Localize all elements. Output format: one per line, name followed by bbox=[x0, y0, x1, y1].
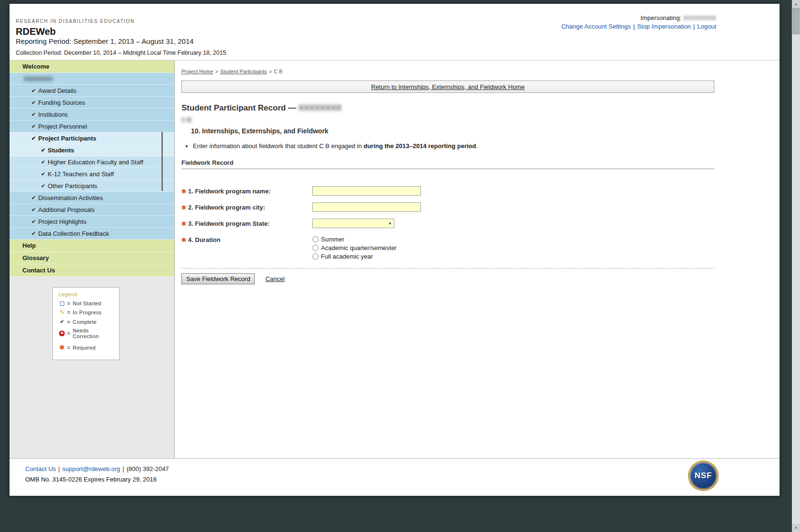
check-icon: ✔ bbox=[41, 171, 45, 177]
program-city-input[interactable] bbox=[312, 202, 421, 212]
legend-item-not-started: = Not Started bbox=[59, 301, 116, 306]
sidebar-item-label: Additional Proposals bbox=[38, 206, 95, 213]
duration-radio-summer[interactable] bbox=[312, 236, 319, 242]
legend-label: Required bbox=[73, 345, 96, 351]
instruction-item: Enter information about fieldwork that s… bbox=[193, 142, 714, 150]
sidebar-item-label: Award Details bbox=[38, 87, 76, 94]
sidebar-item-label: Project Participants bbox=[38, 135, 96, 142]
logout-link[interactable]: Logout bbox=[697, 23, 716, 30]
breadcrumb-separator: > bbox=[269, 69, 272, 74]
sidebar-item-label: Welcome bbox=[22, 63, 50, 70]
check-icon: ✔ bbox=[31, 111, 36, 118]
header-branding: RESEARCH IN DISABILITIES EDUCATION RDEWe… bbox=[16, 19, 226, 56]
footer-omb-line: OMB No. 3145-0226 Expires February 29, 2… bbox=[25, 476, 780, 483]
app-title: RDEWeb bbox=[16, 26, 226, 37]
sidebar-item-label: Students bbox=[48, 147, 74, 154]
breadcrumb-project-home[interactable]: Project Home bbox=[181, 69, 213, 74]
program-name-input[interactable] bbox=[312, 186, 421, 196]
duration-radio-academic-quarter[interactable] bbox=[312, 245, 319, 251]
check-icon: ✔ bbox=[31, 195, 36, 201]
sidebar-item-label: Dissemination Activities bbox=[38, 194, 103, 201]
sidebar-item-institutions[interactable]: ✔ Institutions bbox=[10, 109, 174, 120]
sidebar-item-help[interactable]: Help bbox=[10, 240, 174, 252]
sidebar-item-other-participants[interactable]: ✔ Other Participants bbox=[10, 180, 174, 192]
collection-period: Collection Period: December 10, 2014 – M… bbox=[16, 50, 226, 56]
page: RESEARCH IN DISABILITIES EDUCATION RDEWe… bbox=[10, 4, 780, 496]
award-id-redacted: XXXXXXXX bbox=[299, 103, 342, 112]
program-state-select[interactable]: ▼ bbox=[312, 219, 394, 228]
check-icon: ✔ bbox=[31, 207, 36, 213]
save-fieldwork-record-button[interactable]: Save Fieldwork Record bbox=[181, 273, 255, 284]
instructions: Enter information about fieldwork that s… bbox=[193, 142, 714, 150]
radio-label: Academic quarter/semester bbox=[321, 244, 397, 251]
error-icon: ✖ bbox=[59, 331, 66, 336]
sidebar-item-project-id[interactable]: XXXXXXX bbox=[10, 73, 174, 85]
duration-option-academic-quarter: Academic quarter/semester bbox=[312, 243, 397, 252]
stop-impersonation-link[interactable]: Stop Impersonation bbox=[637, 23, 691, 30]
form-divider bbox=[181, 268, 714, 269]
sidebar-item-k12-teachers-staff[interactable]: ✔ K-12 Teachers and Staff bbox=[10, 168, 174, 180]
separator: | bbox=[58, 465, 60, 472]
footer-email-link[interactable]: support@rdeweb.org bbox=[62, 465, 120, 472]
sidebar-item-glossary[interactable]: Glossary bbox=[10, 252, 174, 264]
return-home-link[interactable]: Return to Internships, Externships, and … bbox=[371, 83, 524, 90]
required-icon: ✱ bbox=[181, 204, 186, 211]
check-icon: ✔ bbox=[31, 135, 36, 141]
account-links: Change Account Settings|Stop Impersonati… bbox=[561, 23, 716, 30]
required-icon: ✱ bbox=[181, 188, 186, 195]
duration-label: ✱4. Duration bbox=[181, 235, 312, 243]
check-icon: ✔ bbox=[41, 147, 45, 153]
sidebar-item-label: Project Personnel bbox=[38, 123, 87, 130]
legend-title: Legend bbox=[59, 291, 116, 297]
org-name: RESEARCH IN DISABILITIES EDUCATION bbox=[16, 19, 226, 24]
breadcrumb: Project Home>Student Participants>C B bbox=[181, 69, 714, 74]
chevron-down-icon: ▼ bbox=[388, 221, 392, 226]
impersonating-value: XXXXXXXX bbox=[683, 14, 716, 21]
sidebar-item-project-personnel[interactable]: ✔ Project Personnel bbox=[10, 120, 174, 132]
student-name-redacted: C B bbox=[181, 117, 714, 123]
sidebar-item-contact-us[interactable]: Contact Us bbox=[10, 264, 174, 277]
required-icon: ✱ bbox=[181, 221, 186, 227]
main-content: Project Home>Student Participants>C B Re… bbox=[175, 60, 780, 458]
footer: Contact Us|support@rdeweb.org|(800) 392-… bbox=[10, 458, 780, 496]
check-icon: ✔ bbox=[31, 88, 36, 94]
footer-contact-us-link[interactable]: Contact Us bbox=[25, 465, 56, 472]
scrollbar[interactable]: ▲ ▼ bbox=[792, 0, 800, 532]
equals-sign: = bbox=[67, 310, 70, 315]
header: RESEARCH IN DISABILITIES EDUCATION RDEWe… bbox=[10, 4, 780, 60]
sidebar-item-students[interactable]: ✔ Students bbox=[10, 144, 174, 156]
scrollbar-thumb[interactable] bbox=[792, 8, 800, 34]
sidebar-item-additional-proposals[interactable]: ✔ Additional Proposals bbox=[10, 204, 174, 216]
legend-label: Complete bbox=[73, 319, 97, 325]
cancel-link[interactable]: Cancel bbox=[265, 275, 284, 282]
field-row-program-state: ✱3. Fieldwork program State: ▼ bbox=[181, 219, 714, 228]
asterisk-icon: ✱ bbox=[59, 344, 66, 351]
sidebar-item-award-details[interactable]: ✔ Award Details bbox=[10, 85, 174, 97]
radio-label: Summer bbox=[321, 236, 344, 243]
sidebar-item-label: K-12 Teachers and Staff bbox=[48, 171, 114, 178]
check-icon: ✔ bbox=[31, 231, 36, 237]
sidebar-item-funding-sources[interactable]: ✔ Funding Sources bbox=[10, 97, 174, 109]
duration-radio-full-year[interactable] bbox=[312, 253, 319, 260]
equals-sign: = bbox=[67, 331, 70, 336]
check-icon: ✔ bbox=[41, 183, 45, 189]
sidebar-item-dissemination-activities[interactable]: ✔ Dissemination Activities bbox=[10, 192, 174, 204]
program-state-label: ✱3. Fieldwork program State: bbox=[181, 219, 312, 227]
legend-item-required: ✱ = Required bbox=[59, 344, 116, 351]
sidebar-item-welcome[interactable]: Welcome bbox=[10, 60, 174, 73]
sidebar-item-project-participants[interactable]: ✔ Project Participants bbox=[10, 132, 174, 144]
project-id-redacted: XXXXXXX bbox=[24, 75, 53, 82]
change-account-settings-link[interactable]: Change Account Settings bbox=[561, 23, 631, 30]
footer-contact-line: Contact Us|support@rdeweb.org|(800) 392-… bbox=[25, 465, 780, 472]
breadcrumb-separator: > bbox=[215, 69, 218, 74]
return-home-bar: Return to Internships, Externships, and … bbox=[181, 80, 714, 93]
nav-group-scroll-indicator bbox=[161, 132, 163, 191]
scroll-down-arrow-icon[interactable]: ▼ bbox=[792, 524, 800, 532]
scroll-up-arrow-icon[interactable]: ▲ bbox=[792, 0, 800, 8]
breadcrumb-student-participants[interactable]: Student Participants bbox=[220, 69, 267, 74]
program-name-label: ✱1. Fieldwork program name: bbox=[181, 186, 312, 195]
sidebar-item-project-highlights[interactable]: ✔ Project Highlights bbox=[10, 216, 174, 228]
sidebar-item-higher-ed-faculty-staff[interactable]: ✔ Higher Education Faculty and Staff bbox=[10, 156, 174, 168]
duration-option-full-year: Full academic year bbox=[312, 252, 397, 261]
sidebar-item-data-collection-feedback[interactable]: ✔ Data Collection Feedback bbox=[10, 228, 174, 240]
